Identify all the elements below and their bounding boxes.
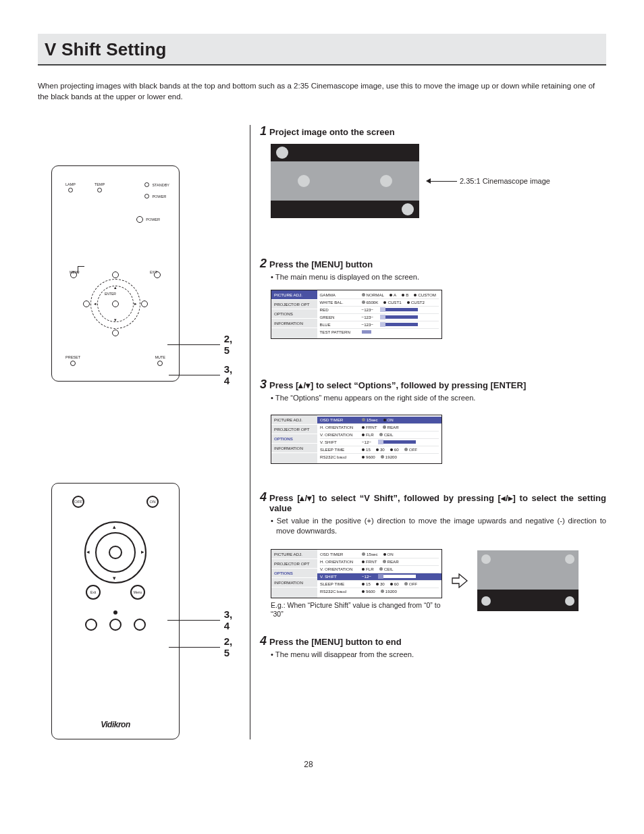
dot-icon xyxy=(113,610,117,615)
on-button: ON xyxy=(146,496,159,508)
right-arrow-icon: ▸ xyxy=(141,548,144,555)
step-3: 3Press [▴/▾] to select “Options”, follow… xyxy=(260,378,606,464)
off-button: OFF xyxy=(72,496,84,508)
temp-led: TEMP xyxy=(95,182,105,199)
result-screen-diagram xyxy=(477,550,579,611)
exit-button xyxy=(154,271,161,278)
left-button xyxy=(83,301,90,307)
power-led: POWER xyxy=(144,194,169,199)
step-1: 1Project image onto the screen 2.35:1 Ci… xyxy=(260,125,606,218)
up-arrow-icon: ▴ xyxy=(113,523,116,530)
arrow-right-icon xyxy=(452,573,468,588)
mute-button: MUTE xyxy=(155,355,165,366)
osd-menu-vshift: PICTURE ADJ. PROJECTOR OPT OPTIONS INFOR… xyxy=(271,549,442,598)
dpad: MENU EXIT ENTER ▴ ▾ ◂ xyxy=(83,271,148,336)
remote-menu: Menu xyxy=(130,585,145,600)
preset-button: PRESET xyxy=(65,355,80,366)
right-arrow-icon: ▸ xyxy=(134,301,137,307)
leader-line: 2.35:1 Cinemascope image xyxy=(426,177,550,185)
down-button xyxy=(112,330,119,336)
osd-menu-picture: PICTURE ADJ. PROJECTOR OPT OPTIONS INFOR… xyxy=(271,290,442,339)
intro-text: When projecting images with black bands … xyxy=(38,80,606,102)
column-divider xyxy=(250,125,250,739)
osd-menu-options: PICTURE ADJ. PROJECTOR OPT OPTIONS INFOR… xyxy=(271,415,442,464)
remote-row-3 xyxy=(61,619,169,631)
page-title: V Shift Setting xyxy=(45,39,599,60)
remote-dpad: ▴ ▾ ◂ ▸ Exit Menu xyxy=(84,521,146,583)
down-arrow-icon: ▾ xyxy=(114,317,117,323)
lamp-led: LAMP xyxy=(65,182,76,199)
projector-panel-diagram: LAMP TEMP STANDBY POWER POWER MENU EXIT … xyxy=(51,165,180,382)
brand-logo: Vidikron xyxy=(52,720,179,729)
power-button: POWER xyxy=(136,216,160,223)
step-2: 2Press the [MENU] button The main menu i… xyxy=(260,257,606,339)
right-button xyxy=(141,301,148,307)
menu-button xyxy=(70,271,77,278)
page-number: 28 xyxy=(11,760,606,769)
standby-led: STANDBY xyxy=(144,182,169,187)
left-arrow-icon: ◂ xyxy=(94,301,97,307)
remote-diagram: OFF ON ▴ ▾ ◂ ▸ Exit Menu Vidikron xyxy=(51,483,180,739)
left-arrow-icon: ◂ xyxy=(86,548,90,555)
step-4: 4Press [▴/▾] to select “V Shift”, follow… xyxy=(260,491,606,619)
step-5: 4Press the [MENU] button to end The menu… xyxy=(260,635,606,660)
down-arrow-icon: ▾ xyxy=(113,575,116,581)
title-bar: V Shift Setting xyxy=(38,34,606,66)
up-button xyxy=(112,271,119,278)
step4-caption: E.g.: When “Picture Shift” value is chan… xyxy=(271,601,442,619)
cinemascope-screen-diagram xyxy=(271,144,419,218)
up-arrow-icon: ▴ xyxy=(114,285,117,290)
remote-exit: Exit xyxy=(86,585,101,600)
